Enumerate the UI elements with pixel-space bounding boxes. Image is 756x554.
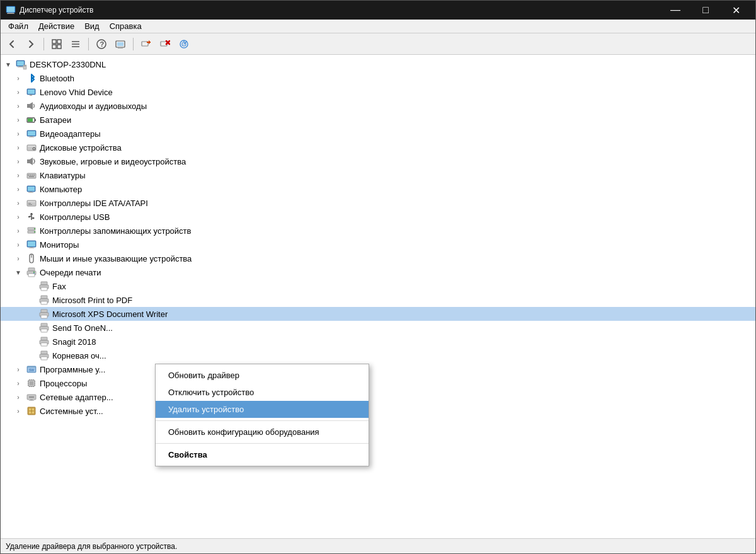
svg-rect-2 — [7, 13, 14, 14]
bluetooth-icon — [26, 72, 37, 84]
tree-item-storage[interactable]: › Контроллеры запоминающих устройств — [1, 224, 755, 238]
add-device-button[interactable] — [137, 36, 155, 52]
svg-rect-39 — [28, 131, 35, 136]
svg-rect-76 — [28, 274, 35, 277]
svg-rect-94 — [41, 351, 47, 354]
tree-item-bluetooth[interactable]: › Bluetooth — [1, 71, 755, 85]
ctx-disable-device[interactable]: Отключить устройство — [156, 384, 369, 401]
svg-rect-47 — [28, 175, 29, 176]
tree-item-lenovo[interactable]: › Lenovo Vhid Device — [1, 85, 755, 99]
svg-rect-91 — [41, 337, 47, 340]
help-button[interactable]: ? — [93, 36, 110, 52]
usb-icon — [26, 211, 37, 222]
lenovo-icon — [26, 86, 37, 98]
tree-item-root-queue[interactable]: › Корневая оч... — [1, 349, 755, 362]
software-label: Программные у... — [40, 365, 105, 374]
processor-label: Процессоры — [40, 379, 87, 388]
tree-item-ide[interactable]: › Контроллеры IDE ATA/ATAPI — [1, 196, 755, 210]
sound-expand: › — [13, 156, 23, 166]
bluetooth-label: Bluetooth — [40, 74, 74, 83]
tree-item-xps[interactable]: › Microsoft XPS Document Writer — [1, 307, 755, 321]
window-title: Диспетчер устройств — [20, 6, 661, 14]
network-label: Сетевые адаптер... — [40, 393, 113, 402]
svg-rect-55 — [28, 192, 33, 193]
ctx-sep-1 — [156, 420, 369, 421]
status-text: Удаление драйвера для выбранного устройс… — [6, 542, 177, 551]
ctx-scan-hardware[interactable]: Обновить конфигурацию оборудования — [156, 424, 369, 441]
svg-rect-59 — [28, 204, 32, 205]
forward-button[interactable] — [22, 36, 40, 52]
list-view-button[interactable] — [67, 36, 84, 52]
tree-item-battery[interactable]: › Батареи — [1, 113, 755, 127]
svg-rect-14 — [117, 42, 123, 46]
sound-icon — [26, 156, 37, 167]
ctx-uninstall-device[interactable]: Удалить устройство ↖ — [156, 401, 369, 418]
computer2-icon — [26, 183, 37, 195]
tree-item-sound[interactable]: › Звуковые, игровые и видеоустройства — [1, 154, 755, 168]
menu-file[interactable]: Файл — [3, 20, 33, 32]
svg-rect-117 — [29, 400, 34, 401]
tree-item-network[interactable]: › Сетевые адаптер... — [1, 390, 755, 404]
tree-item-pdf[interactable]: › Microsoft Print to PDF — [1, 293, 755, 307]
software-icon: SW — [26, 364, 37, 375]
tree-item-snagit[interactable]: › Snagit 2018 — [1, 335, 755, 349]
tree-item-monitors[interactable]: › Мониторы — [1, 238, 755, 251]
lenovo-label: Lenovo Vhid Device — [40, 88, 113, 97]
video-icon — [26, 128, 37, 139]
ctx-update-driver[interactable]: Обновить драйвер — [156, 367, 369, 384]
menu-action[interactable]: Действие — [33, 20, 79, 32]
bluetooth-expand: › — [13, 73, 23, 83]
svg-rect-33 — [30, 95, 32, 96]
svg-rect-93 — [41, 343, 47, 346]
minimize-button[interactable]: — — [661, 1, 690, 20]
ctx-properties[interactable]: Свойства — [156, 446, 369, 463]
tree-item-keyboard[interactable]: › Клавиатуры — [1, 168, 755, 182]
tree-item-print-queue[interactable]: ▼ Очереди печати — [1, 265, 755, 279]
keyboard-expand: › — [13, 170, 23, 180]
menu-view[interactable]: Вид — [79, 20, 105, 32]
svg-rect-51 — [29, 176, 34, 178]
usb-expand: › — [13, 212, 23, 222]
svg-rect-62 — [28, 216, 30, 217]
tree-item-video[interactable]: › Видеоадаптеры — [1, 127, 755, 141]
svg-rect-78 — [33, 273, 35, 274]
disk-icon — [26, 142, 37, 153]
tree-item-computer[interactable]: › Компьютер — [1, 182, 755, 196]
close-button[interactable]: ✕ — [721, 1, 750, 20]
svg-text:SW: SW — [29, 368, 34, 372]
tree-item-system[interactable]: › Системные уст... — [1, 404, 755, 418]
uninstall-button[interactable] — [156, 36, 174, 52]
tree-item-mouse[interactable]: › Мыши и иные указывающие устройства — [1, 251, 755, 265]
video-label: Видеоадаптеры — [40, 129, 101, 139]
tree-item-software[interactable]: › SW Программные у... — [1, 362, 755, 376]
resources-button[interactable] — [112, 36, 129, 52]
tree-item-sendto[interactable]: › Send To OneN... — [1, 321, 755, 335]
tree-item-processor[interactable]: › — [1, 376, 755, 390]
svg-rect-57 — [28, 201, 35, 202]
xps-icon — [38, 308, 50, 320]
scan-button[interactable] — [175, 36, 193, 52]
xps-label: Microsoft XPS Document Writer — [52, 309, 168, 319]
svg-rect-85 — [41, 309, 47, 313]
back-button[interactable] — [3, 36, 21, 52]
device-tree[interactable]: ▼ DESKTOP-2330DNL › — [1, 55, 755, 538]
svg-rect-82 — [41, 296, 47, 299]
svg-rect-32 — [28, 89, 35, 94]
svg-rect-72 — [29, 248, 34, 248]
tree-root[interactable]: ▼ DESKTOP-2330DNL — [1, 57, 755, 71]
device-manager-window: Диспетчер устройств — □ ✕ Файл Действие … — [0, 0, 756, 554]
maximize-button[interactable]: □ — [691, 1, 720, 20]
tree-item-audio[interactable]: › Аудиовходы и аудиовыходы — [1, 99, 755, 113]
context-menu: Обновить драйвер Отключить устройство Уд… — [155, 364, 369, 466]
tree-item-disk[interactable]: › Дисковые устройства — [1, 141, 755, 154]
menu-help[interactable]: Справка — [105, 20, 147, 32]
monitors-icon — [26, 239, 37, 250]
sound-label: Звуковые, игровые и видеоустройства — [40, 157, 186, 166]
tree-item-usb[interactable]: › Контроллеры USB — [1, 210, 755, 224]
svg-rect-58 — [28, 203, 31, 204]
devices-view-button[interactable] — [48, 36, 66, 52]
ide-icon — [26, 197, 37, 209]
svg-rect-28 — [18, 67, 23, 67]
tree-item-fax[interactable]: › Fax — [1, 279, 755, 293]
lenovo-expand: › — [13, 87, 23, 97]
